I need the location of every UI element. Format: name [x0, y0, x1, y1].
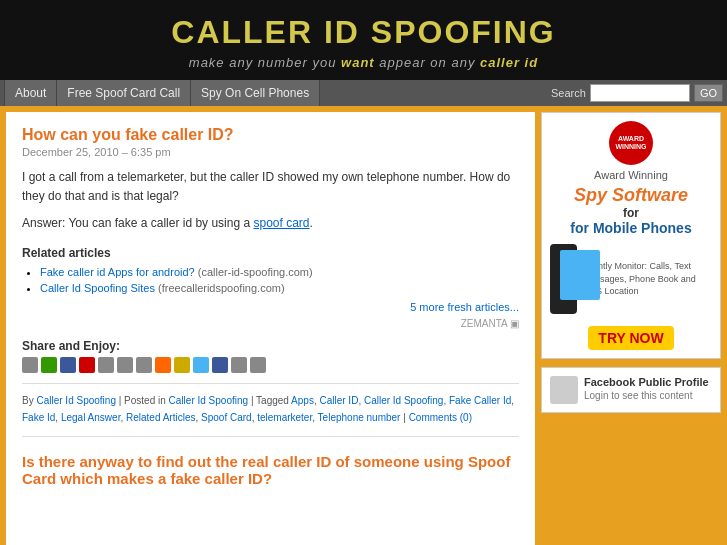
meta-tag-relatedarticles[interactable]: Related Articles: [126, 412, 195, 423]
more-articles-link[interactable]: 5 more fresh articles...: [410, 301, 519, 313]
spoof-card-link[interactable]: spoof card: [253, 216, 309, 230]
post2-title: Is there anyway to find out the real cal…: [22, 453, 519, 487]
post1-meta: By Caller Id Spoofing | Posted in Caller…: [22, 383, 519, 426]
meta-tag-fakecallerid[interactable]: Fake Caller Id: [449, 395, 511, 406]
share-icon-email[interactable]: [231, 357, 247, 373]
site-header: CALLER ID SPOOFING make any number you w…: [0, 0, 727, 80]
meta-tag-calleridsp[interactable]: Caller Id Spoofing: [364, 395, 444, 406]
nav-search-area: Search GO: [551, 84, 723, 102]
more-articles: 5 more fresh articles...: [22, 300, 519, 314]
share-icon-linkedin[interactable]: [98, 357, 114, 373]
facebook-subtitle: Login to see this content: [584, 390, 692, 401]
related-articles: Related articles Fake caller id Apps for…: [22, 246, 519, 314]
share-icon-yahoo[interactable]: [212, 357, 228, 373]
sidebar-facebook: Facebook Public Profile Login to see thi…: [541, 367, 721, 413]
meta-tag-legalanswer[interactable]: Legal Answer: [61, 412, 121, 423]
sidebar-spy-ad: AWARD WINNING Award Winning Spy Software…: [541, 112, 721, 359]
share-icon-google[interactable]: [79, 357, 95, 373]
ad-spy-software: Spy Software: [550, 185, 712, 206]
site-title: CALLER ID SPOOFING: [10, 14, 717, 51]
share-icon-twitter[interactable]: [193, 357, 209, 373]
meta-category-link[interactable]: Caller Id Spoofing: [169, 395, 249, 406]
nav-about[interactable]: About: [4, 80, 57, 106]
facebook-avatar: [550, 376, 578, 404]
ad-monitor-text: Silently Monitor: Calls, Text Messages, …: [583, 260, 710, 298]
outer-wrapper: How can you fake caller ID? December 25,…: [0, 106, 727, 545]
related-link-2[interactable]: Caller Id Spoofing Sites: [40, 282, 155, 294]
try-now-button[interactable]: TRY NOW: [588, 326, 673, 350]
related-meta-1: (caller-id-spoofing.com): [198, 266, 313, 278]
search-button[interactable]: GO: [694, 84, 723, 102]
meta-tag-callerid[interactable]: Caller ID: [319, 395, 358, 406]
meta-pipe1: | Posted in: [119, 395, 169, 406]
ad-award-label: Award Winning: [550, 169, 712, 181]
related-title: Related articles: [22, 246, 111, 260]
post1-date: December 25, 2010 – 6:35 pm: [22, 146, 519, 158]
post1-body: I got a call from a telemarketer, but th…: [22, 168, 519, 234]
meta-tag-fakeid[interactable]: Fake Id: [22, 412, 55, 423]
site-tagline: make any number you want appear on any c…: [10, 55, 717, 70]
share-icon-bookmark[interactable]: [174, 357, 190, 373]
meta-pipe2: | Tagged: [251, 395, 291, 406]
meta-tag-telemarketer[interactable]: telemarketer: [257, 412, 312, 423]
meta-author-link[interactable]: Caller Id Spoofing: [36, 395, 116, 406]
award-badge: AWARD WINNING: [609, 121, 653, 165]
ad-phone-image: [550, 244, 577, 314]
post1-para1: I got a call from a telemarketer, but th…: [22, 168, 519, 206]
nav-free-spoof[interactable]: Free Spoof Card Call: [57, 80, 191, 106]
sidebar: AWARD WINNING Award Winning Spy Software…: [541, 112, 721, 545]
navigation: About Free Spoof Card Call Spy On Cell P…: [0, 80, 727, 106]
meta-comments-link[interactable]: Comments (0): [409, 412, 472, 423]
ad-for-mobile: for Mobile Phones: [550, 220, 712, 236]
search-label: Search: [551, 87, 586, 99]
share-icon-facebook[interactable]: [60, 357, 76, 373]
related-link-1[interactable]: Fake caller id Apps for android?: [40, 266, 195, 278]
post1-para2: Answer: You can fake a caller id by usin…: [22, 214, 519, 233]
meta-tag-spoofcard[interactable]: Spoof Card: [201, 412, 252, 423]
meta-tag-telephone[interactable]: Telephone number: [318, 412, 401, 423]
main-content: How can you fake caller ID? December 25,…: [6, 112, 535, 545]
related-item-2: Caller Id Spoofing Sites (freecalleridsp…: [40, 282, 519, 294]
meta-by: By: [22, 395, 36, 406]
share-icon-rss[interactable]: [155, 357, 171, 373]
facebook-text: Facebook Public Profile Login to see thi…: [584, 376, 709, 402]
share-icon-stumble[interactable]: [117, 357, 133, 373]
post1-title-link[interactable]: How can you fake caller ID?: [22, 126, 234, 143]
zemanta-label: ZEMANTA ▣: [22, 318, 519, 329]
facebook-title: Facebook Public Profile: [584, 376, 709, 388]
share-icon-more[interactable]: [250, 357, 266, 373]
ad-for: for: [550, 206, 712, 220]
share-icon-digg[interactable]: [41, 357, 57, 373]
search-input[interactable]: [590, 84, 690, 102]
related-meta-2: (freecalleridspoofing.com): [158, 282, 285, 294]
meta-tag-apps[interactable]: Apps: [291, 395, 314, 406]
ad-phone-area: Silently Monitor: Calls, Text Messages, …: [550, 240, 712, 318]
share-enjoy-label: Share and Enjoy:: [22, 339, 519, 353]
post1-title: How can you fake caller ID?: [22, 126, 519, 144]
nav-spy-phones[interactable]: Spy On Cell Phones: [191, 80, 320, 106]
content-wrapper: How can you fake caller ID? December 25,…: [6, 112, 721, 545]
related-item-1: Fake caller id Apps for android? (caller…: [40, 266, 519, 278]
share-icon-print[interactable]: [22, 357, 38, 373]
post2-title-link[interactable]: Is there anyway to find out the real cal…: [22, 453, 510, 487]
award-area: AWARD WINNING: [609, 121, 653, 169]
share-icons: [22, 357, 519, 373]
share-icon-reddit[interactable]: [136, 357, 152, 373]
related-list: Fake caller id Apps for android? (caller…: [40, 266, 519, 294]
post-divider: [22, 436, 519, 437]
